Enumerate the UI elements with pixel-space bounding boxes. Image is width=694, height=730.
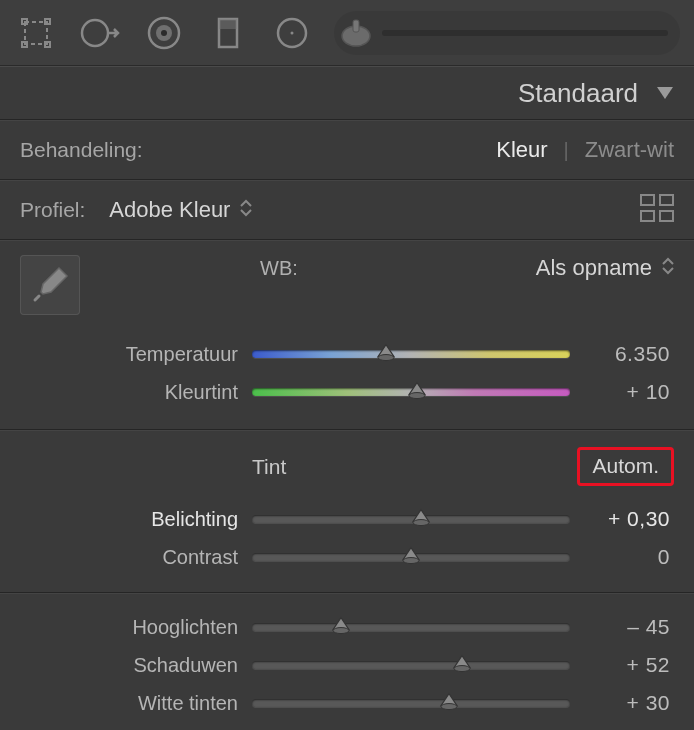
- exposure-value[interactable]: + 0,30: [570, 507, 674, 531]
- svg-point-20: [409, 393, 425, 399]
- tint-label: Kleurtint: [20, 381, 252, 404]
- divider: |: [564, 139, 569, 162]
- tone-detail-section: Hooglichten – 45 Schaduwen + 52 Witte ti…: [0, 593, 694, 730]
- whites-slider[interactable]: [252, 699, 570, 707]
- whites-label: Witte tinten: [20, 692, 252, 715]
- wb-label: WB:: [260, 257, 298, 280]
- temperature-value[interactable]: 6.350: [570, 342, 674, 366]
- highlights-value[interactable]: – 45: [570, 615, 674, 639]
- white-balance-section: WB: Als opname Temperatuur 6.350 Kleurti…: [0, 240, 694, 430]
- shadows-slider[interactable]: [252, 661, 570, 669]
- tool-strip: [0, 0, 694, 66]
- svg-point-5: [82, 20, 108, 46]
- profile-value[interactable]: Adobe Kleur: [109, 197, 230, 223]
- graduated-filter-tool-icon[interactable]: [206, 11, 250, 55]
- tone-heading: Tint: [252, 455, 286, 479]
- temperature-slider[interactable]: [252, 350, 570, 358]
- exposure-slider-row: Belichting + 0,30: [20, 500, 674, 538]
- contrast-label: Contrast: [20, 546, 252, 569]
- panel-collapse-icon[interactable]: [656, 85, 674, 101]
- redeye-tool-icon[interactable]: [142, 11, 186, 55]
- highlights-label: Hooglichten: [20, 616, 252, 639]
- radial-filter-tool-icon[interactable]: [270, 11, 314, 55]
- svg-point-25: [441, 704, 457, 710]
- auto-tone-button[interactable]: Autom.: [577, 447, 674, 486]
- treatment-bw[interactable]: Zwart-wit: [585, 137, 674, 163]
- whites-slider-row: Witte tinten + 30: [20, 684, 674, 722]
- adjustment-brush-tool[interactable]: [334, 11, 680, 55]
- brush-icon: [338, 15, 374, 51]
- contrast-slider[interactable]: [252, 553, 570, 561]
- tint-slider-row: Kleurtint + 10: [20, 373, 674, 411]
- svg-point-21: [413, 520, 429, 526]
- treatment-label: Behandeling:: [20, 138, 143, 162]
- wb-preset-value[interactable]: Als opname: [536, 255, 652, 281]
- profile-row: Profiel: Adobe Kleur: [0, 180, 694, 240]
- brush-size-slider[interactable]: [382, 30, 668, 36]
- svg-point-22: [403, 558, 419, 564]
- svg-point-12: [291, 31, 294, 34]
- panel-header[interactable]: Standaard: [0, 66, 694, 120]
- profile-label: Profiel:: [20, 198, 85, 222]
- svg-rect-16: [660, 195, 673, 205]
- contrast-slider-row: Contrast 0: [20, 538, 674, 576]
- highlights-slider[interactable]: [252, 623, 570, 631]
- whites-value[interactable]: + 30: [570, 691, 674, 715]
- contrast-value[interactable]: 0: [570, 545, 674, 569]
- shadows-slider-row: Schaduwen + 52: [20, 646, 674, 684]
- svg-point-24: [454, 666, 470, 672]
- crop-tool-icon[interactable]: [14, 11, 58, 55]
- wb-eyedropper-tool[interactable]: [20, 255, 80, 315]
- svg-point-8: [161, 30, 167, 36]
- exposure-slider[interactable]: [252, 515, 570, 523]
- tint-value[interactable]: + 10: [570, 380, 674, 404]
- svg-rect-10: [219, 19, 237, 29]
- exposure-label: Belichting: [20, 508, 252, 531]
- svg-rect-15: [641, 195, 654, 205]
- blacks-slider-row: Zwarte tinten – 6: [20, 722, 674, 730]
- tone-section: Tint Autom. Belichting + 0,30 Contrast 0: [0, 430, 694, 593]
- svg-point-23: [333, 628, 349, 634]
- svg-rect-14: [353, 20, 359, 32]
- svg-rect-17: [641, 211, 654, 221]
- tint-slider[interactable]: [252, 388, 570, 396]
- svg-rect-18: [660, 211, 673, 221]
- profile-browser-icon[interactable]: [640, 194, 674, 227]
- svg-rect-0: [25, 22, 47, 44]
- panel-title: Standaard: [518, 78, 638, 109]
- shadows-label: Schaduwen: [20, 654, 252, 677]
- svg-point-19: [378, 355, 394, 361]
- treatment-row: Behandeling: Kleur | Zwart-wit: [0, 120, 694, 180]
- temperature-slider-row: Temperatuur 6.350: [20, 335, 674, 373]
- profile-stepper-icon[interactable]: [240, 199, 252, 222]
- shadows-value[interactable]: + 52: [570, 653, 674, 677]
- highlights-slider-row: Hooglichten – 45: [20, 608, 674, 646]
- wb-stepper-icon[interactable]: [662, 257, 674, 280]
- spot-removal-tool-icon[interactable]: [78, 11, 122, 55]
- temperature-label: Temperatuur: [20, 343, 252, 366]
- treatment-color[interactable]: Kleur: [496, 137, 547, 163]
